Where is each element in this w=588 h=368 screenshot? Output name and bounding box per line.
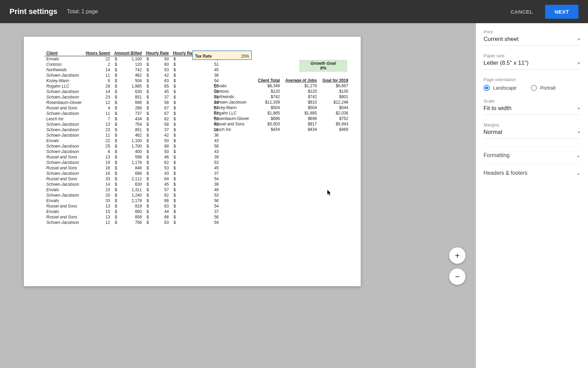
table-row: Schoen-Jacobson20$1,240$62$53 <box>44 193 221 198</box>
table-row: Envato23$1,311$57$48 <box>44 187 221 193</box>
table-row: Contoso$120$120$130 <box>211 89 351 94</box>
table-row: Envato$6,349$1,270$6,857 <box>211 83 351 89</box>
next-button[interactable]: NEXT <box>545 5 578 19</box>
minus-icon: − <box>455 272 460 281</box>
scale-label: Scale <box>484 98 581 104</box>
table-row: Schoen-Jacobson11$462$42$36 <box>44 133 221 138</box>
summary-col-goal: Goal for 2019 <box>320 78 351 83</box>
data-table: Client Hours Spent Amount Billed Hourly … <box>44 50 221 225</box>
col-hours: Hours Spent <box>84 50 112 56</box>
table-row: Schoen-Jacobson8$400$50$43 <box>44 149 221 154</box>
margins-label: Margins <box>484 122 581 127</box>
table-row: Rosenbaum-Glover$696$696$752 <box>211 116 351 121</box>
table-row: Russel and Sons13$598$46$39 <box>44 154 221 160</box>
radio-icon <box>484 85 490 91</box>
chevron-down-icon: ▼ <box>577 37 581 41</box>
table-row: Russel and Sons4$268$67$57 <box>44 105 221 111</box>
table-row: Rosenbaum-Glover12$696$58$49 <box>44 100 221 105</box>
table-row: Contoso2$120$60$51 <box>44 62 221 67</box>
table-row: Northwinds14$742$53$45 <box>44 67 221 73</box>
table-row: Russel and Sons33$2,112$64$54 <box>44 176 221 182</box>
summary-table: Client Total Average of Jobs Goal for 20… <box>211 78 351 132</box>
table-row: Schoen-Jacobson25$1,700$68$58 <box>44 143 221 149</box>
orientation-landscape-radio[interactable]: Landscape <box>484 85 517 91</box>
table-row: Schoen-Jacobson12$756$63$54 <box>44 220 221 225</box>
headers-footers-expander[interactable]: Headers & footers ⌄ <box>484 164 581 182</box>
table-row: Envato33$2,178$66$56 <box>44 198 221 203</box>
table-row: Lesch Inc$434$434$469 <box>211 127 351 132</box>
table-row: Schoen-Jacobson14$630$45$38 <box>44 89 221 94</box>
page-subtitle: Total: 1 page <box>67 9 98 15</box>
chevron-down-icon: ▼ <box>577 107 581 110</box>
col-rate: Hourly Rate <box>144 50 171 56</box>
table-row: Schoen-Jacobson19$1,178$62$53 <box>44 160 221 165</box>
page-title: Print settings <box>10 7 58 16</box>
table-row: Schoen-Jacobson23$851$37$31 <box>44 127 221 133</box>
table-row: Russel and Sons13$858$66$56 <box>44 214 221 220</box>
orientation-label: Page orientation <box>484 77 581 82</box>
plus-icon: + <box>455 251 460 260</box>
orientation-portrait-radio[interactable]: Portrait <box>531 85 556 91</box>
table-row: Schoen-Jacobson23$851$37$31 <box>44 94 221 100</box>
table-row: Russel and Sons$5,503$917$5,943 <box>211 121 351 127</box>
chevron-down-icon: ⌄ <box>576 152 581 158</box>
summary-col-blank <box>211 78 255 83</box>
summary-col-avg: Average of Jobs <box>282 78 320 83</box>
margins-dropdown[interactable]: Normal ▼ <box>484 129 581 139</box>
table-row: Kozey-Mann$504$504$544 <box>211 105 351 110</box>
table-row: Northwinds$742$742$801 <box>211 94 351 99</box>
table-row: Russel and Sons16$848$53$45 <box>44 165 221 171</box>
table-row: Schoen-Jacobson16$688$43$37 <box>44 171 221 176</box>
page-preview: Client Hours Spent Amount Billed Hourly … <box>24 37 361 286</box>
table-row: Schoen-Jacobson11$462$42$36 <box>44 73 221 78</box>
growth-goal-value: 8% <box>300 66 347 71</box>
scale-dropdown[interactable]: Fit to width ▼ <box>484 105 581 115</box>
table-row: Schoen-Jacobson11$737$67$57 <box>44 111 221 116</box>
summary-col-total: Client Total <box>255 78 282 83</box>
zoom-in-button[interactable]: + <box>449 247 466 264</box>
print-dropdown[interactable]: Current sheet ▼ <box>484 36 581 46</box>
formatting-expander[interactable]: Formatting ⌄ <box>484 146 581 164</box>
radio-icon <box>531 85 537 91</box>
chevron-down-icon: ▼ <box>577 61 581 65</box>
table-row: Schoen-Jacobson14$630$45$38 <box>44 182 221 187</box>
table-row: Envato15$660$44$37 <box>44 209 221 214</box>
tax-rate-cell: Tax Rate 15% <box>192 50 252 60</box>
table-row: Schoen-Jacobson$11,339$810$12,246 <box>211 99 351 105</box>
paper-size-dropdown[interactable]: Letter (8.5" x 11") ▼ <box>484 60 581 70</box>
cancel-button[interactable]: CANCEL <box>505 5 538 19</box>
print-label: Print <box>484 29 581 34</box>
tax-rate-value: 15% <box>241 54 249 59</box>
table-row: Rogahn LLC$1,885$1,885$2,036 <box>211 110 351 116</box>
table-row: Kozey-Mann8$504$63$54 <box>44 78 221 83</box>
zoom-out-button[interactable]: − <box>449 269 466 285</box>
table-row: Schoen-Jacobson13$754$58$49 <box>44 122 221 127</box>
table-row: Lesch Inc7$434$62$53 <box>44 116 221 122</box>
print-preview-area: Client Hours Spent Amount Billed Hourly … <box>0 23 476 368</box>
growth-goal-label: Growth Goal <box>311 61 336 66</box>
settings-sidebar: Print Current sheet ▼ Paper size Letter … <box>476 23 588 368</box>
growth-goal-cell: Growth Goal 8% <box>299 60 347 72</box>
table-row: Rogahn LLC29$1,885$65$55 <box>44 83 221 89</box>
col-amount: Amount Billed <box>112 50 144 56</box>
header-bar: Print settings Total: 1 page CANCEL NEXT <box>0 0 588 23</box>
chevron-down-icon: ▼ <box>577 131 581 134</box>
table-row: Russel and Sons13$819$63$54 <box>44 203 221 209</box>
paper-size-label: Paper size <box>484 53 581 58</box>
tax-rate-label: Tax Rate <box>195 54 212 59</box>
chevron-down-icon: ⌄ <box>576 170 581 176</box>
col-client: Client <box>44 50 84 56</box>
table-row: Envato22$1,100$50$43 <box>44 138 221 143</box>
